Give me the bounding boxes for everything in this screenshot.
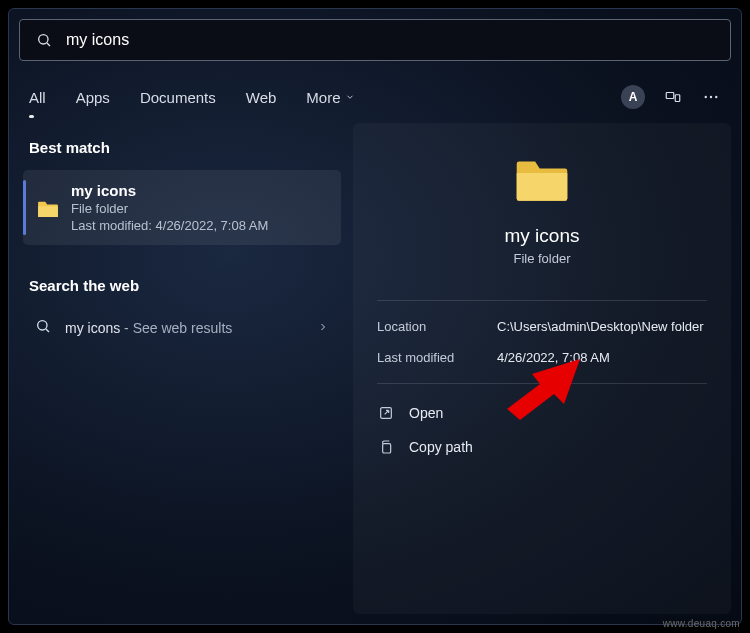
preview-subtitle: File folder (513, 251, 570, 266)
preview-pane: my icons File folder Location C:\Users\a… (353, 123, 731, 614)
svg-rect-2 (666, 93, 674, 99)
selection-indicator (23, 180, 26, 235)
filter-tabs-row: All Apps Documents Web More A (9, 67, 741, 123)
result-title: my icons (71, 182, 268, 199)
folder-icon (37, 200, 59, 218)
svg-point-0 (39, 35, 48, 44)
svg-point-4 (705, 96, 707, 98)
more-icon[interactable] (701, 87, 721, 107)
svg-point-7 (38, 321, 47, 330)
tab-documents[interactable]: Documents (140, 89, 216, 106)
search-window: All Apps Documents Web More A Best match (8, 8, 742, 625)
search-icon (35, 318, 51, 338)
svg-rect-11 (383, 444, 391, 453)
tab-apps[interactable]: Apps (76, 89, 110, 106)
search-icon (34, 30, 54, 50)
web-result[interactable]: my icons - See web results (23, 308, 341, 348)
tab-all[interactable]: All (29, 89, 46, 106)
avatar[interactable]: A (621, 85, 645, 109)
copy-path-action[interactable]: Copy path (377, 438, 707, 456)
result-type: File folder (71, 201, 268, 216)
result-modified: Last modified: 4/26/2022, 7:08 AM (71, 218, 268, 233)
svg-point-6 (715, 96, 717, 98)
svg-point-5 (710, 96, 712, 98)
chevron-down-icon (345, 92, 355, 102)
web-result-text: my icons - See web results (65, 320, 303, 336)
info-location: Location C:\Users\admin\Desktop\New fold… (377, 319, 707, 334)
open-icon (377, 404, 395, 422)
open-action[interactable]: Open (377, 404, 707, 422)
search-web-heading: Search the web (23, 267, 341, 308)
search-input[interactable] (66, 31, 716, 49)
tab-more[interactable]: More (306, 89, 354, 106)
devices-icon[interactable] (663, 87, 683, 107)
svg-line-8 (46, 329, 49, 332)
best-match-result[interactable]: my icons File folder Last modified: 4/26… (23, 170, 341, 245)
best-match-heading: Best match (23, 129, 341, 170)
chevron-right-icon (317, 319, 329, 337)
watermark: www.deuaq.com (663, 618, 740, 629)
preview-title: my icons (505, 225, 580, 247)
folder-icon (513, 157, 571, 203)
search-bar[interactable] (19, 19, 731, 61)
svg-rect-3 (675, 95, 680, 102)
copy-icon (377, 438, 395, 456)
info-modified: Last modified 4/26/2022, 7:08 AM (377, 350, 707, 365)
results-pane: Best match my icons File folder Last mod… (9, 123, 349, 624)
svg-line-1 (47, 43, 50, 46)
tab-web[interactable]: Web (246, 89, 277, 106)
